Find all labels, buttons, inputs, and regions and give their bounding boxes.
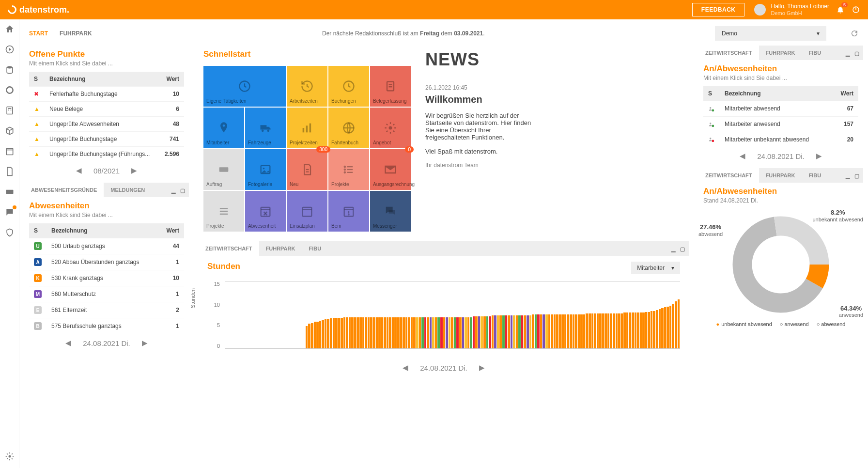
svg-point-19 xyxy=(267,130,270,132)
nav-messages-icon[interactable] xyxy=(5,207,15,217)
tile-bem[interactable]: Bem xyxy=(328,191,369,232)
pager-prev[interactable]: ◀ xyxy=(76,166,82,175)
tile-buchungen[interactable]: Buchungen xyxy=(328,66,369,107)
chart-bar xyxy=(489,316,491,348)
tile-messenger[interactable]: Messenger xyxy=(370,191,411,232)
nav-settings-icon[interactable] xyxy=(5,452,15,461)
notifications-button[interactable]: 5 xyxy=(836,5,845,14)
svg-rect-22 xyxy=(310,124,311,133)
logout-button[interactable] xyxy=(852,5,860,14)
table-row[interactable]: B575 Berufsschule ganztags1 xyxy=(29,318,184,334)
tile-arbeitszeiten[interactable]: Arbeitszeiten xyxy=(287,66,327,107)
nav-home-icon[interactable] xyxy=(5,24,15,34)
tab-fuhrpark[interactable]: FUHRPARK xyxy=(60,30,92,37)
chart-bar xyxy=(545,314,548,348)
pager-prev[interactable]: ◀ xyxy=(740,152,745,160)
tile-projekte[interactable]: Projekte xyxy=(328,149,369,190)
pager-prev[interactable]: ◀ xyxy=(403,363,408,372)
tab-fuhrpark[interactable]: FUHRPARK xyxy=(759,168,802,183)
abw-sub: Mit einem Klick sind Sie dabei ... xyxy=(29,212,184,218)
table-row[interactable]: Mitarbeiter unbekannt abwesend20 xyxy=(703,132,858,147)
table-row[interactable]: A520 Abbau Überstunden ganztags1 xyxy=(29,254,184,270)
nav-analytics-icon[interactable] xyxy=(5,85,15,95)
tab-fuhrpark2[interactable]: FUHRPARK xyxy=(259,241,302,256)
table-row[interactable]: Mitarbeiter abwesend67 xyxy=(703,101,858,117)
table-row[interactable]: ▲Ungeprüfte Buchungstage (Führungs...2.5… xyxy=(29,147,184,162)
table-row[interactable]: K530 Krank ganztags10 xyxy=(29,270,184,286)
table-row[interactable]: ▲Neue Belege6 xyxy=(29,102,184,117)
table-row[interactable]: ✖Fehlerhafte Buchungstage10 xyxy=(29,87,184,102)
stunden-selector[interactable]: Mitarbeiter ▾ xyxy=(631,262,680,274)
tab-zeitwirtschaft[interactable]: ZEITWIRTSCHAFT xyxy=(199,241,259,256)
feedback-button[interactable]: FEEDBACK xyxy=(692,3,745,16)
chart-bar xyxy=(626,312,629,348)
pager-next[interactable]: ▶ xyxy=(816,152,822,160)
svg-rect-20 xyxy=(303,128,305,132)
chart-bar xyxy=(635,312,637,348)
panel-min-icon[interactable]: ▁ xyxy=(671,246,676,251)
chart-bar xyxy=(505,315,508,348)
table-row[interactable]: U500 Urlaub ganztags44 xyxy=(29,238,184,254)
tile-angebot[interactable]: Angebot xyxy=(370,108,411,148)
nav-cube-icon[interactable] xyxy=(5,126,15,136)
tile-auftrag[interactable]: Auftrag xyxy=(203,149,244,190)
panel-max-icon[interactable]: ▢ xyxy=(854,50,859,55)
svg-rect-11 xyxy=(6,190,13,194)
svg-point-53 xyxy=(710,138,712,140)
pager-next[interactable]: ▶ xyxy=(142,339,148,347)
panel-min-icon[interactable]: ▁ xyxy=(846,173,851,178)
tile-fahrtenbuch[interactable]: Fahrtenbuch xyxy=(328,108,369,148)
pager-next[interactable]: ▶ xyxy=(131,166,137,175)
tile-mitarbeiter[interactable]: Mitarbeiter xyxy=(203,108,244,148)
tab-start[interactable]: START xyxy=(29,30,48,37)
nav-shield-icon[interactable] xyxy=(5,228,15,237)
pager-next[interactable]: ▶ xyxy=(479,363,485,372)
tile-projektzeiten[interactable]: Projektzeiten xyxy=(287,108,327,148)
chart-bar xyxy=(583,314,586,348)
tile-eigene-t-tigkeiten[interactable]: Eigene Tätigkeiten xyxy=(203,66,286,107)
table-row[interactable]: Mitarbeiter anwesend157 xyxy=(703,116,858,132)
tab-abwesenheitsgruende[interactable]: ABWESENHEITSGRÜNDE xyxy=(24,183,104,197)
tile-projekte[interactable]: Projekte xyxy=(203,191,244,232)
table-row[interactable]: ▲Ungeprüfte Buchungstage741 xyxy=(29,132,184,147)
table-row[interactable]: E561 Elternzeit2 xyxy=(29,302,184,318)
tab-zeitwirtschaft[interactable]: ZEITWIRTSCHAFT xyxy=(698,46,759,60)
tab-fuhrpark[interactable]: FUHRPARK xyxy=(759,46,802,60)
user-menu[interactable]: Hallo, Thomas Loibner Demo GmbH xyxy=(754,3,829,16)
tab-fibu[interactable]: FIBU xyxy=(302,241,328,256)
tab-meldungen[interactable]: MELDUNGEN xyxy=(104,183,152,197)
tile-fahrzeuge[interactable]: Fahrzeuge xyxy=(245,108,286,148)
chart-bar xyxy=(427,317,429,348)
nav-db-icon[interactable] xyxy=(5,65,15,75)
tile-fotogalerie[interactable]: Fotogalerie xyxy=(245,149,286,190)
tile-neu[interactable]: 300Neu xyxy=(287,149,327,190)
panel-max-icon[interactable]: ▢ xyxy=(680,246,685,251)
panel-min-icon[interactable]: ▁ xyxy=(171,187,176,192)
page: START FUHRPARK Der nächste Redaktionssch… xyxy=(19,19,868,468)
nav-cal-icon[interactable] xyxy=(5,146,15,156)
nav-calc-icon[interactable] xyxy=(5,106,15,115)
person-icon xyxy=(708,121,715,128)
person-icon xyxy=(708,106,715,112)
tile-belegerfassung[interactable]: Belegerfassung xyxy=(370,66,411,107)
refresh-button[interactable] xyxy=(851,30,858,37)
panel-min-icon[interactable]: ▁ xyxy=(846,50,851,55)
nav-play-icon[interactable] xyxy=(5,45,15,54)
table-row[interactable]: M560 Mutterschutz1 xyxy=(29,286,184,302)
panel-max-icon[interactable]: ▢ xyxy=(854,173,859,178)
panel-max-icon[interactable]: ▢ xyxy=(180,187,185,192)
tab-fibu[interactable]: FIBU xyxy=(802,46,828,60)
tile-abwesenheit[interactable]: Abwesenheit xyxy=(245,191,286,232)
nav-doc-icon[interactable] xyxy=(5,167,15,176)
svg-point-49 xyxy=(710,107,712,109)
tab-fibu[interactable]: FIBU xyxy=(802,168,828,183)
tile-einsatzplan[interactable]: Einsatzplan xyxy=(287,191,327,232)
svg-rect-39 xyxy=(261,207,270,217)
nav-film-icon[interactable] xyxy=(5,187,15,197)
scope-selector[interactable]: Demo ▾ xyxy=(715,26,826,41)
tab-zeitwirtschaft[interactable]: ZEITWIRTSCHAFT xyxy=(698,168,759,183)
pager-prev[interactable]: ◀ xyxy=(65,339,71,347)
brand-logo[interactable]: datenstrom. xyxy=(8,5,69,15)
table-row[interactable]: ▲Ungeprüfte Abwesenheiten48 xyxy=(29,117,184,132)
tile-ausgangsrechnung[interactable]: 0Ausgangsrechnung xyxy=(370,149,411,190)
